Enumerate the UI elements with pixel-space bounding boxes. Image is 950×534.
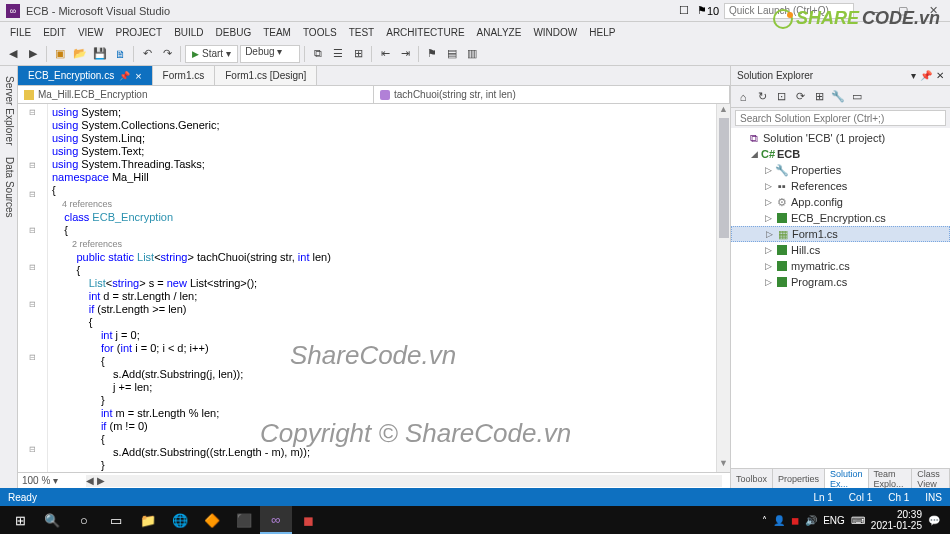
left-tab-data-sources[interactable]: Data Sources — [0, 151, 17, 224]
search-icon[interactable]: 🔍 — [36, 506, 68, 534]
doc-tab[interactable]: Form1.cs — [153, 66, 216, 85]
home-icon[interactable]: ⌂ — [735, 89, 751, 105]
tray-clock[interactable]: 20:39 2021-01-25 — [871, 509, 922, 531]
editor-footer: 100 % ▾ ◀ ▶ — [18, 472, 730, 488]
pin-icon[interactable]: 📌 — [119, 71, 130, 81]
menu-team[interactable]: TEAM — [257, 27, 297, 38]
app-icon-2[interactable]: ⬛ — [228, 506, 260, 534]
tool-icon-2[interactable]: ☰ — [329, 45, 347, 63]
code-editor[interactable]: using System;using System.Collections.Ge… — [48, 104, 716, 472]
solution-explorer-toolbar: ⌂ ↻ ⊡ ⟳ ⊞ 🔧 ▭ — [731, 86, 950, 108]
tray-volume-icon[interactable]: 🔊 — [805, 515, 817, 526]
panel-pin-icon[interactable]: 📌 — [920, 70, 932, 81]
tool-icon-1[interactable]: ⧉ — [309, 45, 327, 63]
namespace-dropdown[interactable]: Ma_Hill.ECB_Encryption — [18, 86, 374, 103]
comment-icon[interactable]: ▤ — [443, 45, 461, 63]
menu-architecture[interactable]: ARCHITECTURE — [380, 27, 470, 38]
app-icon-3[interactable]: ◼ — [292, 506, 324, 534]
menu-analyze[interactable]: ANALYZE — [471, 27, 528, 38]
tree-item[interactable]: ▷ECB_Encryption.cs — [731, 210, 950, 226]
solution-search-input[interactable] — [735, 110, 946, 126]
solution-tree[interactable]: ⧉Solution 'ECB' (1 project)◢C#ECB▷🔧Prope… — [731, 128, 950, 468]
panel-tab[interactable]: Properties — [773, 469, 825, 488]
nav-bar: Ma_Hill.ECB_Encryption tachChuoi(string … — [18, 86, 730, 104]
vertical-scrollbar[interactable]: ▲ ▼ — [716, 104, 730, 472]
tree-item[interactable]: ▷▪▪References — [731, 178, 950, 194]
system-tray[interactable]: ˄ 👤 ◼ 🔊 ENG ⌨ 20:39 2021-01-25 💬 — [762, 509, 946, 531]
indent-right-icon[interactable]: ⇥ — [396, 45, 414, 63]
cortana-icon[interactable]: ○ — [68, 506, 100, 534]
app-icon-1[interactable]: 🔶 — [196, 506, 228, 534]
tool-icon-3[interactable]: ⊞ — [349, 45, 367, 63]
tree-project[interactable]: ◢C#ECB — [731, 146, 950, 162]
tree-item[interactable]: ▷▦Form1.cs — [731, 226, 950, 242]
status-col: Col 1 — [849, 492, 872, 503]
uncomment-icon[interactable]: ▥ — [463, 45, 481, 63]
menu-build[interactable]: BUILD — [168, 27, 209, 38]
menu-debug[interactable]: DEBUG — [210, 27, 258, 38]
bookmark-icon[interactable]: ⚑ — [423, 45, 441, 63]
show-all-icon[interactable]: ⊞ — [811, 89, 827, 105]
windows-taskbar: ⊞ 🔍 ○ ▭ 📁 🌐 🔶 ⬛ ∞ ◼ ˄ 👤 ◼ 🔊 ENG ⌨ 20:39 … — [0, 506, 950, 534]
preview-icon[interactable]: ▭ — [849, 89, 865, 105]
zoom-dropdown[interactable]: 100 % ▾ — [22, 475, 82, 486]
tree-item[interactable]: ▷mymatric.cs — [731, 258, 950, 274]
explorer-icon[interactable]: 📁 — [132, 506, 164, 534]
tray-keyboard-icon[interactable]: ⌨ — [851, 515, 865, 526]
collapse-icon[interactable]: ↻ — [754, 89, 770, 105]
menu-tools[interactable]: TOOLS — [297, 27, 343, 38]
task-view-icon[interactable]: ▭ — [100, 506, 132, 534]
tree-solution[interactable]: ⧉Solution 'ECB' (1 project) — [731, 130, 950, 146]
nav-fwd-icon[interactable]: ▶ — [24, 45, 42, 63]
save-all-icon[interactable]: 🗎 — [111, 45, 129, 63]
tray-people-icon[interactable]: 👤 — [773, 515, 785, 526]
horizontal-scrollbar[interactable]: ◀ ▶ — [86, 475, 722, 487]
doc-tab[interactable]: Form1.cs [Design] — [215, 66, 317, 85]
save-icon[interactable]: 💾 — [91, 45, 109, 63]
menu-file[interactable]: FILE — [4, 27, 37, 38]
tree-item[interactable]: ▷⚙App.config — [731, 194, 950, 210]
start-debug-button[interactable]: ▶Start ▾ — [185, 45, 238, 63]
doc-tab[interactable]: ECB_Encryption.cs📌× — [18, 66, 153, 85]
panel-tab[interactable]: Toolbox — [731, 469, 773, 488]
tree-item[interactable]: ▷Program.cs — [731, 274, 950, 290]
open-file-icon[interactable]: 📂 — [71, 45, 89, 63]
feedback-icon[interactable]: ☐ — [676, 3, 692, 19]
close-tab-icon[interactable]: × — [135, 70, 141, 82]
code-gutter: ⊟⊟⊟⊟⊟⊟⊟⊟ — [18, 104, 48, 472]
menu-test[interactable]: TEST — [343, 27, 381, 38]
menu-view[interactable]: VIEW — [72, 27, 110, 38]
menu-window[interactable]: WINDOW — [527, 27, 583, 38]
panel-dropdown-icon[interactable]: ▾ — [911, 70, 916, 81]
start-button[interactable]: ⊞ — [4, 506, 36, 534]
properties-icon[interactable]: 🔧 — [830, 89, 846, 105]
left-tab-server-explorer[interactable]: Server Explorer — [0, 70, 17, 151]
config-dropdown[interactable]: Debug ▾ — [240, 45, 300, 63]
new-project-icon[interactable]: ▣ — [51, 45, 69, 63]
indent-left-icon[interactable]: ⇤ — [376, 45, 394, 63]
status-ready: Ready — [8, 492, 813, 503]
member-dropdown[interactable]: tachChuoi(string str, int len) — [374, 86, 730, 103]
refresh-icon[interactable]: ⟳ — [792, 89, 808, 105]
menu-edit[interactable]: EDIT — [37, 27, 72, 38]
chrome-icon[interactable]: 🌐 — [164, 506, 196, 534]
redo-icon[interactable]: ↷ — [158, 45, 176, 63]
menu-help[interactable]: HELP — [583, 27, 621, 38]
sync-icon[interactable]: ⊡ — [773, 89, 789, 105]
nav-back-icon[interactable]: ◀ — [4, 45, 22, 63]
tray-lang[interactable]: ENG — [823, 515, 845, 526]
menu-project[interactable]: PROJECT — [109, 27, 168, 38]
notifications-flag-icon[interactable]: ⚑10 — [700, 3, 716, 19]
tray-app-icon[interactable]: ◼ — [791, 515, 799, 526]
vs-icon: ∞ — [6, 4, 20, 18]
panel-tab[interactable]: Solution Ex... — [825, 469, 869, 488]
notifications-icon[interactable]: 💬 — [928, 515, 940, 526]
tree-item[interactable]: ▷🔧Properties — [731, 162, 950, 178]
tray-chevron-icon[interactable]: ˄ — [762, 515, 767, 526]
undo-icon[interactable]: ↶ — [138, 45, 156, 63]
panel-tab[interactable]: Team Explo... — [869, 469, 913, 488]
visual-studio-icon[interactable]: ∞ — [260, 506, 292, 534]
panel-close-icon[interactable]: ✕ — [936, 70, 944, 81]
tree-item[interactable]: ▷Hill.cs — [731, 242, 950, 258]
panel-tab[interactable]: Class View — [912, 469, 950, 488]
